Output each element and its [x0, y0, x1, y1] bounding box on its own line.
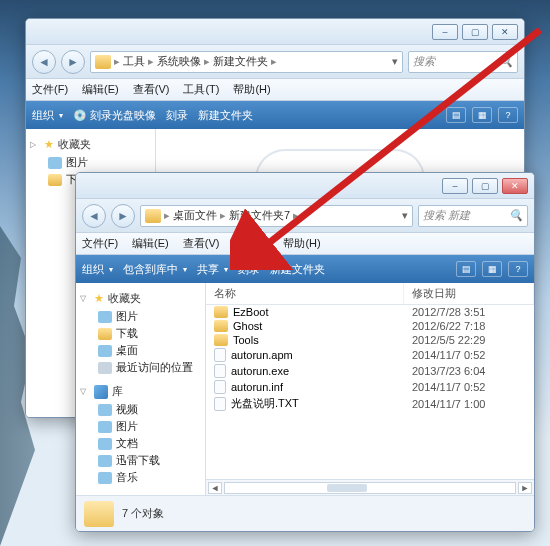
close-button[interactable]: ✕ — [492, 24, 518, 40]
breadcrumb-back[interactable]: ▸ 工具 ▸ 系统映像 ▸ 新建文件夹 ▸ ▾ — [90, 51, 403, 73]
menu-view[interactable]: 查看(V) — [183, 236, 220, 251]
sidebar-libraries-header[interactable]: 库 — [80, 382, 201, 401]
item-icon — [98, 421, 112, 433]
menu-edit[interactable]: 编辑(E) — [132, 236, 169, 251]
sidebar-item-label: 视频 — [116, 402, 138, 417]
maximize-button[interactable]: ▢ — [472, 178, 498, 194]
menu-tools[interactable]: 工具(T) — [233, 236, 269, 251]
item-icon — [98, 345, 112, 357]
scroll-track[interactable] — [224, 482, 516, 494]
sidebar-item-label: 桌面 — [116, 343, 138, 358]
scroll-left-icon[interactable]: ◄ — [208, 482, 222, 494]
help-icon[interactable]: ? — [498, 107, 518, 123]
folder-icon — [214, 306, 228, 318]
forward-button[interactable]: ► — [61, 50, 85, 74]
sidebar-item[interactable]: 视频 — [98, 401, 201, 418]
menu-bar-front: 文件(F) 编辑(E) 查看(V) 工具(T) 帮助(H) — [76, 233, 534, 255]
preview-pane-icon[interactable]: ▦ — [472, 107, 492, 123]
share-button[interactable]: 共享 — [197, 262, 228, 277]
scroll-thumb[interactable] — [327, 484, 367, 492]
sidebar-item-label: 图片 — [116, 419, 138, 434]
scroll-right-icon[interactable]: ► — [518, 482, 532, 494]
sidebar-item[interactable]: 图片 — [98, 418, 201, 435]
file-name: autorun.exe — [231, 365, 289, 377]
file-row[interactable]: Ghost2012/6/22 7:18 — [206, 319, 534, 333]
organize-button[interactable]: 组织 — [82, 262, 113, 277]
crumb-part[interactable]: 桌面文件 — [173, 208, 217, 223]
file-icon — [214, 348, 226, 362]
crumb-dropdown-icon[interactable]: ▾ — [392, 55, 398, 68]
sidebar-item-pictures[interactable]: 图片 — [48, 154, 151, 171]
column-name[interactable]: 名称 — [206, 283, 404, 304]
item-icon — [98, 404, 112, 416]
minimize-button[interactable]: – — [432, 24, 458, 40]
menu-file[interactable]: 文件(F) — [82, 236, 118, 251]
content-front: 名称 修改日期 EzBoot2012/7/28 3:51Ghost2012/6/… — [206, 283, 534, 495]
status-text: 7 个对象 — [122, 506, 164, 521]
crumb-dropdown-icon[interactable]: ▾ — [402, 209, 408, 222]
file-row[interactable]: EzBoot2012/7/28 3:51 — [206, 305, 534, 319]
minimize-button[interactable]: – — [442, 178, 468, 194]
menu-help[interactable]: 帮助(H) — [283, 236, 320, 251]
file-date: 2012/7/28 3:51 — [404, 306, 534, 318]
titlebar-back[interactable]: – ▢ ✕ — [26, 19, 524, 45]
menu-view[interactable]: 查看(V) — [133, 82, 170, 97]
search-input-back[interactable]: 搜索 🔍 — [408, 51, 518, 73]
crumb-part[interactable]: 系统映像 — [157, 54, 201, 69]
menu-file[interactable]: 文件(F) — [32, 82, 68, 97]
item-icon — [98, 362, 112, 374]
file-row[interactable]: autorun.inf2014/11/7 0:52 — [206, 379, 534, 395]
titlebar-front[interactable]: – ▢ ✕ — [76, 173, 534, 199]
file-name: Ghost — [233, 320, 262, 332]
back-button[interactable]: ◄ — [82, 204, 106, 228]
forward-button[interactable]: ► — [111, 204, 135, 228]
search-input-front[interactable]: 搜索 新建 🔍 — [418, 205, 528, 227]
sidebar-item[interactable]: 文档 — [98, 435, 201, 452]
crumb-part[interactable]: 新建文件夹7 — [229, 208, 290, 223]
sidebar-item[interactable]: 下载 — [98, 325, 201, 342]
include-library-button[interactable]: 包含到库中 — [123, 262, 187, 277]
downloads-icon — [48, 174, 62, 186]
menu-edit[interactable]: 编辑(E) — [82, 82, 119, 97]
new-folder-button[interactable]: 新建文件夹 — [198, 108, 253, 123]
maximize-button[interactable]: ▢ — [462, 24, 488, 40]
file-date: 2014/11/7 0:52 — [404, 381, 534, 393]
horizontal-scrollbar[interactable]: ◄ ► — [206, 479, 534, 495]
sidebar-item[interactable]: 图片 — [98, 308, 201, 325]
sidebar-item[interactable]: 最近访问的位置 — [98, 359, 201, 376]
sidebar-item[interactable]: 音乐 — [98, 469, 201, 486]
sidebar-favorites-header[interactable]: ★收藏夹 — [30, 135, 151, 154]
search-placeholder: 搜索 新建 — [423, 208, 470, 223]
back-button[interactable]: ◄ — [32, 50, 56, 74]
file-row[interactable]: autorun.exe2013/7/23 6:04 — [206, 363, 534, 379]
organize-button[interactable]: 组织 — [32, 108, 63, 123]
file-name: Tools — [233, 334, 259, 346]
view-options-icon[interactable]: ▤ — [446, 107, 466, 123]
file-row[interactable]: 光盘说明.TXT2014/11/7 1:00 — [206, 395, 534, 412]
column-date[interactable]: 修改日期 — [404, 283, 534, 304]
burn-button[interactable]: 刻录 — [238, 262, 260, 277]
preview-pane-icon[interactable]: ▦ — [482, 261, 502, 277]
file-row[interactable]: autorun.apm2014/11/7 0:52 — [206, 347, 534, 363]
menu-tools[interactable]: 工具(T) — [183, 82, 219, 97]
file-name: 光盘说明.TXT — [231, 396, 299, 411]
file-date: 2014/11/7 0:52 — [404, 349, 534, 361]
new-folder-button[interactable]: 新建文件夹 — [270, 262, 325, 277]
file-list[interactable]: EzBoot2012/7/28 3:51Ghost2012/6/22 7:18T… — [206, 305, 534, 479]
file-row[interactable]: Tools2012/5/5 22:29 — [206, 333, 534, 347]
file-name: autorun.apm — [231, 349, 293, 361]
crumb-part[interactable]: 工具 — [123, 54, 145, 69]
crumb-part[interactable]: 新建文件夹 — [213, 54, 268, 69]
status-bar: 7 个对象 — [76, 495, 534, 531]
burn-image-button[interactable]: 💿 刻录光盘映像 — [73, 108, 156, 123]
help-icon[interactable]: ? — [508, 261, 528, 277]
breadcrumb-front[interactable]: ▸ 桌面文件 ▸ 新建文件夹7 ▸ ▾ — [140, 205, 413, 227]
sidebar-item[interactable]: 桌面 — [98, 342, 201, 359]
star-icon: ★ — [94, 292, 104, 305]
view-options-icon[interactable]: ▤ — [456, 261, 476, 277]
menu-help[interactable]: 帮助(H) — [233, 82, 270, 97]
close-button[interactable]: ✕ — [502, 178, 528, 194]
burn-button[interactable]: 刻录 — [166, 108, 188, 123]
sidebar-favorites-header[interactable]: ★收藏夹 — [80, 289, 201, 308]
sidebar-item[interactable]: 迅雷下载 — [98, 452, 201, 469]
